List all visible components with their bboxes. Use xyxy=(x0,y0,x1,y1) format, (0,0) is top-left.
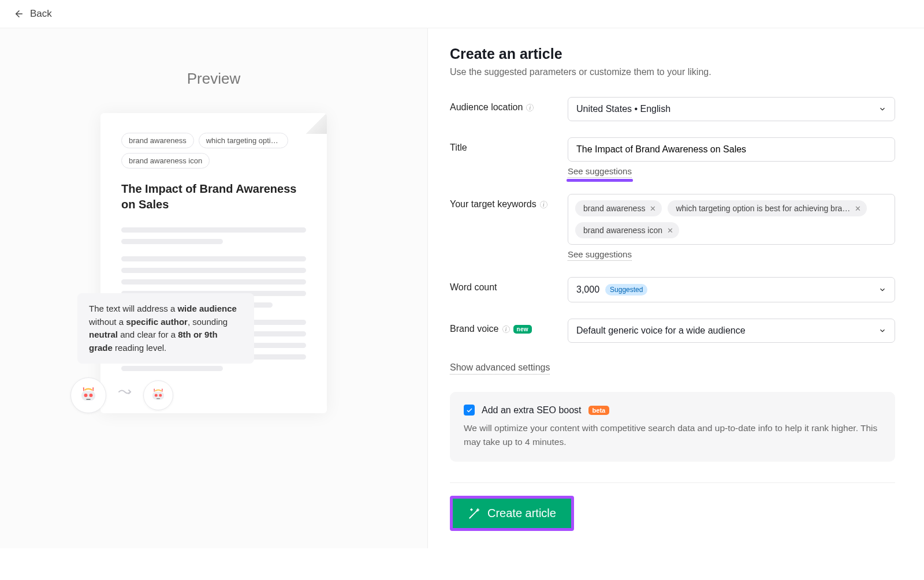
voice-description-note: The text will address a wide audience wi… xyxy=(77,293,254,364)
paper-wrapper: brand awareness which targeting optio… b… xyxy=(100,113,327,413)
svg-point-11 xyxy=(159,394,162,397)
svg-point-8 xyxy=(92,387,94,388)
see-suggestions-link[interactable]: See suggestions xyxy=(568,249,632,261)
title-input[interactable] xyxy=(576,144,886,155)
remove-icon[interactable]: ✕ xyxy=(855,204,861,213)
form-pane: Create an article Use the suggested para… xyxy=(427,28,924,548)
page-subtitle: Use the suggested parameters or customiz… xyxy=(450,67,895,77)
remove-icon[interactable]: ✕ xyxy=(650,204,656,213)
preview-tags: brand awareness which targeting optio… b… xyxy=(121,133,306,169)
new-badge: new xyxy=(513,325,532,334)
bot-illustration xyxy=(70,377,173,413)
wordcount-value: 3,000 xyxy=(576,285,599,295)
seo-description: We will optimize your content with compe… xyxy=(464,421,881,449)
svg-point-10 xyxy=(155,394,158,397)
svg-point-16 xyxy=(162,388,163,390)
audience-value: United States • English xyxy=(576,104,670,114)
preview-tag: brand awareness xyxy=(121,133,194,148)
keywords-label: Your target keywords i xyxy=(450,194,557,209)
audience-label: Audience location i xyxy=(450,97,557,113)
voice-value: Default generic voice for a wide audienc… xyxy=(576,325,746,336)
skeleton-line xyxy=(121,279,306,285)
voice-label: Brand voice i new xyxy=(450,319,557,334)
robot-icon xyxy=(143,380,173,410)
skeleton-line xyxy=(121,239,223,244)
robot-icon xyxy=(70,377,106,413)
keyword-chip: which targeting option is best for achie… xyxy=(668,200,867,216)
keyword-chip: brand awareness✕ xyxy=(575,200,662,216)
skeleton-line xyxy=(121,256,306,261)
info-icon[interactable]: i xyxy=(502,325,510,333)
chevron-down-icon xyxy=(878,327,886,335)
preview-heading: Preview xyxy=(187,70,240,88)
preview-pane: Preview brand awareness which targeting … xyxy=(0,28,427,548)
keywords-input[interactable]: brand awareness✕ which targeting option … xyxy=(568,194,895,245)
cta-highlight: Create article xyxy=(450,496,574,531)
info-icon[interactable]: i xyxy=(540,201,547,208)
page-title: Create an article xyxy=(450,46,895,62)
chevron-down-icon xyxy=(878,286,886,294)
suggested-badge: Suggested xyxy=(605,284,647,295)
svg-rect-4 xyxy=(86,399,91,400)
svg-point-3 xyxy=(90,394,93,397)
wordcount-label: Word count xyxy=(450,277,557,293)
back-button[interactable]: Back xyxy=(14,8,52,20)
info-icon[interactable]: i xyxy=(526,104,534,111)
beta-badge: beta xyxy=(588,406,610,415)
check-icon xyxy=(466,407,473,414)
topbar: Back xyxy=(0,0,924,28)
audience-select[interactable]: United States • English xyxy=(568,97,895,121)
document-preview: brand awareness which targeting optio… b… xyxy=(100,113,327,413)
svg-point-15 xyxy=(154,388,155,390)
see-suggestions-link[interactable]: See suggestions xyxy=(568,166,632,178)
preview-tag: brand awareness icon xyxy=(121,153,210,169)
preview-tag: which targeting optio… xyxy=(199,133,288,148)
swap-icon xyxy=(118,388,132,403)
cta-label: Create article xyxy=(487,507,556,520)
svg-point-7 xyxy=(83,387,84,388)
seo-checkbox[interactable] xyxy=(464,405,475,416)
keyword-chip: brand awareness icon✕ xyxy=(575,222,679,238)
seo-title: Add an extra SEO boost xyxy=(482,405,582,416)
page-fold xyxy=(306,113,327,134)
wordcount-select[interactable]: 3,000 Suggested xyxy=(568,277,895,302)
back-label: Back xyxy=(30,8,52,20)
preview-doc-title: The Impact of Brand Awareness on Sales xyxy=(121,181,306,212)
svg-rect-12 xyxy=(157,398,160,399)
create-article-button[interactable]: Create article xyxy=(453,499,571,528)
skeleton-line xyxy=(121,366,223,371)
skeleton-line xyxy=(121,268,306,273)
title-input-wrap xyxy=(568,137,895,162)
title-label: Title xyxy=(450,137,557,153)
skeleton-line xyxy=(121,227,306,233)
remove-icon[interactable]: ✕ xyxy=(667,226,673,235)
advanced-settings-link[interactable]: Show advanced settings xyxy=(450,362,550,375)
magic-wand-icon xyxy=(468,507,480,520)
svg-point-2 xyxy=(84,394,88,397)
seo-boost-panel: Add an extra SEO boost beta We will opti… xyxy=(450,392,895,462)
arrow-left-icon xyxy=(14,9,24,19)
footer: Create article xyxy=(450,482,895,531)
chevron-down-icon xyxy=(878,105,886,113)
voice-select[interactable]: Default generic voice for a wide audienc… xyxy=(568,319,895,343)
